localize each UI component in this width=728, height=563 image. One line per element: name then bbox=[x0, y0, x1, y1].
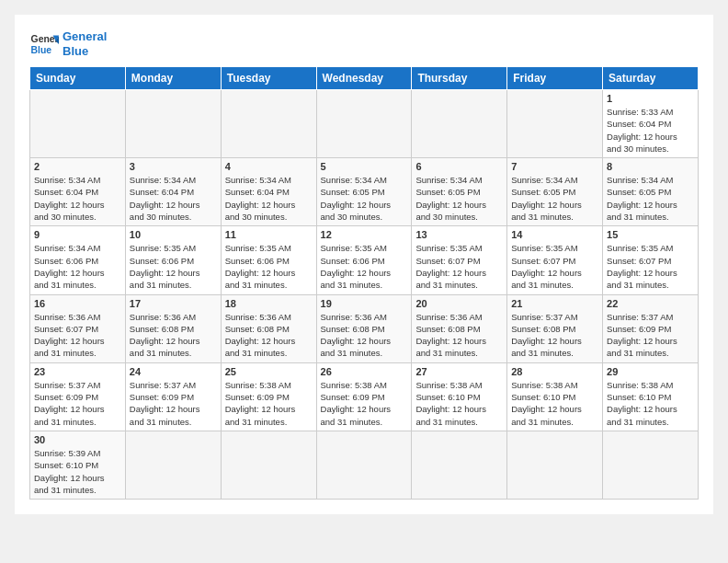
day-info: Sunrise: 5:34 AM Sunset: 6:04 PM Dayligh… bbox=[225, 174, 313, 223]
calendar-week-row: 16Sunrise: 5:36 AM Sunset: 6:07 PM Dayli… bbox=[30, 294, 699, 362]
calendar-day-cell: 2Sunrise: 5:34 AM Sunset: 6:04 PM Daylig… bbox=[30, 158, 126, 226]
day-number: 17 bbox=[130, 298, 217, 309]
day-info: Sunrise: 5:37 AM Sunset: 6:08 PM Dayligh… bbox=[511, 311, 598, 360]
calendar-day-cell bbox=[316, 90, 412, 158]
day-number: 10 bbox=[130, 229, 217, 240]
calendar-day-cell bbox=[412, 90, 507, 158]
calendar-day-cell bbox=[221, 90, 316, 158]
day-info: Sunrise: 5:38 AM Sunset: 6:10 PM Dayligh… bbox=[607, 379, 694, 428]
day-number: 8 bbox=[607, 161, 694, 172]
calendar-week-row: 23Sunrise: 5:37 AM Sunset: 6:09 PM Dayli… bbox=[30, 362, 699, 431]
calendar-header-saturday: Saturday bbox=[603, 67, 699, 90]
day-number: 21 bbox=[511, 298, 598, 309]
calendar-day-cell bbox=[507, 90, 603, 158]
calendar-day-cell: 11Sunrise: 5:35 AM Sunset: 6:06 PM Dayli… bbox=[221, 226, 316, 294]
day-info: Sunrise: 5:39 AM Sunset: 6:10 PM Dayligh… bbox=[34, 447, 121, 496]
calendar-day-cell bbox=[316, 431, 412, 499]
day-number: 4 bbox=[225, 161, 313, 172]
day-info: Sunrise: 5:36 AM Sunset: 6:08 PM Dayligh… bbox=[321, 311, 408, 360]
calendar-day-cell: 12Sunrise: 5:35 AM Sunset: 6:06 PM Dayli… bbox=[316, 226, 412, 294]
day-number: 9 bbox=[34, 229, 121, 240]
calendar-day-cell: 22Sunrise: 5:37 AM Sunset: 6:09 PM Dayli… bbox=[603, 294, 699, 362]
calendar-day-cell: 9Sunrise: 5:34 AM Sunset: 6:06 PM Daylig… bbox=[30, 226, 126, 294]
day-number: 27 bbox=[415, 366, 503, 377]
day-number: 14 bbox=[511, 229, 598, 240]
calendar-week-row: 1Sunrise: 5:33 AM Sunset: 6:04 PM Daylig… bbox=[30, 90, 699, 158]
calendar-day-cell: 26Sunrise: 5:38 AM Sunset: 6:09 PM Dayli… bbox=[316, 362, 412, 431]
day-info: Sunrise: 5:38 AM Sunset: 6:09 PM Dayligh… bbox=[321, 379, 408, 428]
day-number: 23 bbox=[34, 366, 121, 377]
day-number: 18 bbox=[225, 298, 313, 309]
calendar-day-cell: 23Sunrise: 5:37 AM Sunset: 6:09 PM Dayli… bbox=[30, 362, 126, 431]
day-number: 3 bbox=[130, 161, 217, 172]
day-info: Sunrise: 5:34 AM Sunset: 6:05 PM Dayligh… bbox=[607, 174, 694, 223]
day-info: Sunrise: 5:37 AM Sunset: 6:09 PM Dayligh… bbox=[607, 311, 694, 360]
calendar-header-sunday: Sunday bbox=[30, 67, 126, 90]
day-info: Sunrise: 5:38 AM Sunset: 6:10 PM Dayligh… bbox=[511, 379, 598, 428]
calendar-day-cell: 25Sunrise: 5:38 AM Sunset: 6:09 PM Dayli… bbox=[221, 362, 316, 431]
calendar-day-cell bbox=[30, 90, 126, 158]
day-info: Sunrise: 5:37 AM Sunset: 6:09 PM Dayligh… bbox=[130, 379, 217, 428]
calendar-day-cell bbox=[603, 431, 699, 499]
day-number: 15 bbox=[607, 229, 694, 240]
calendar-day-cell: 13Sunrise: 5:35 AM Sunset: 6:07 PM Dayli… bbox=[412, 226, 507, 294]
calendar-day-cell bbox=[125, 431, 221, 499]
calendar-header-row: SundayMondayTuesdayWednesdayThursdayFrid… bbox=[30, 67, 699, 90]
day-number: 24 bbox=[130, 366, 217, 377]
day-number: 25 bbox=[225, 366, 313, 377]
calendar-day-cell: 10Sunrise: 5:35 AM Sunset: 6:06 PM Dayli… bbox=[125, 226, 221, 294]
day-info: Sunrise: 5:34 AM Sunset: 6:05 PM Dayligh… bbox=[511, 174, 598, 223]
calendar-header-thursday: Thursday bbox=[412, 67, 507, 90]
day-info: Sunrise: 5:35 AM Sunset: 6:06 PM Dayligh… bbox=[225, 242, 313, 291]
day-info: Sunrise: 5:34 AM Sunset: 6:06 PM Dayligh… bbox=[34, 242, 121, 291]
day-number: 6 bbox=[415, 161, 503, 172]
day-number: 5 bbox=[321, 161, 408, 172]
day-number: 1 bbox=[607, 93, 694, 104]
day-info: Sunrise: 5:35 AM Sunset: 6:06 PM Dayligh… bbox=[130, 242, 217, 291]
calendar-day-cell: 19Sunrise: 5:36 AM Sunset: 6:08 PM Dayli… bbox=[316, 294, 412, 362]
calendar-page: General Blue General Blue SundayMondayTu… bbox=[15, 15, 713, 514]
calendar-table: SundayMondayTuesdayWednesdayThursdayFrid… bbox=[29, 66, 699, 500]
calendar-day-cell bbox=[507, 431, 603, 499]
calendar-day-cell: 3Sunrise: 5:34 AM Sunset: 6:04 PM Daylig… bbox=[125, 158, 221, 226]
day-number: 2 bbox=[34, 161, 121, 172]
calendar-day-cell: 6Sunrise: 5:34 AM Sunset: 6:05 PM Daylig… bbox=[412, 158, 507, 226]
day-number: 7 bbox=[511, 161, 598, 172]
calendar-day-cell bbox=[125, 90, 221, 158]
logo-icon: General Blue bbox=[29, 29, 59, 59]
calendar-day-cell: 4Sunrise: 5:34 AM Sunset: 6:04 PM Daylig… bbox=[221, 158, 316, 226]
calendar-day-cell: 28Sunrise: 5:38 AM Sunset: 6:10 PM Dayli… bbox=[507, 362, 603, 431]
calendar-header-tuesday: Tuesday bbox=[221, 67, 316, 90]
calendar-week-row: 2Sunrise: 5:34 AM Sunset: 6:04 PM Daylig… bbox=[30, 158, 699, 226]
calendar-day-cell: 30Sunrise: 5:39 AM Sunset: 6:10 PM Dayli… bbox=[30, 431, 126, 499]
day-info: Sunrise: 5:34 AM Sunset: 6:04 PM Dayligh… bbox=[130, 174, 217, 223]
calendar-day-cell: 17Sunrise: 5:36 AM Sunset: 6:08 PM Dayli… bbox=[125, 294, 221, 362]
calendar-week-row: 30Sunrise: 5:39 AM Sunset: 6:10 PM Dayli… bbox=[30, 431, 699, 499]
day-info: Sunrise: 5:37 AM Sunset: 6:09 PM Dayligh… bbox=[34, 379, 121, 428]
logo-text: General Blue bbox=[63, 29, 107, 58]
calendar-day-cell: 16Sunrise: 5:36 AM Sunset: 6:07 PM Dayli… bbox=[30, 294, 126, 362]
calendar-day-cell: 14Sunrise: 5:35 AM Sunset: 6:07 PM Dayli… bbox=[507, 226, 603, 294]
calendar-day-cell: 7Sunrise: 5:34 AM Sunset: 6:05 PM Daylig… bbox=[507, 158, 603, 226]
day-info: Sunrise: 5:35 AM Sunset: 6:06 PM Dayligh… bbox=[321, 242, 408, 291]
day-number: 19 bbox=[321, 298, 408, 309]
day-info: Sunrise: 5:35 AM Sunset: 6:07 PM Dayligh… bbox=[415, 242, 503, 291]
calendar-day-cell: 15Sunrise: 5:35 AM Sunset: 6:07 PM Dayli… bbox=[603, 226, 699, 294]
svg-text:Blue: Blue bbox=[31, 45, 52, 55]
calendar-day-cell: 18Sunrise: 5:36 AM Sunset: 6:08 PM Dayli… bbox=[221, 294, 316, 362]
day-info: Sunrise: 5:36 AM Sunset: 6:08 PM Dayligh… bbox=[130, 311, 217, 360]
calendar-day-cell bbox=[221, 431, 316, 499]
day-info: Sunrise: 5:33 AM Sunset: 6:04 PM Dayligh… bbox=[607, 106, 694, 155]
day-number: 26 bbox=[321, 366, 408, 377]
day-number: 11 bbox=[225, 229, 313, 240]
calendar-header-friday: Friday bbox=[507, 67, 603, 90]
day-info: Sunrise: 5:38 AM Sunset: 6:09 PM Dayligh… bbox=[225, 379, 313, 428]
day-info: Sunrise: 5:38 AM Sunset: 6:10 PM Dayligh… bbox=[415, 379, 503, 428]
calendar-day-cell: 24Sunrise: 5:37 AM Sunset: 6:09 PM Dayli… bbox=[125, 362, 221, 431]
day-number: 29 bbox=[607, 366, 694, 377]
calendar-day-cell: 27Sunrise: 5:38 AM Sunset: 6:10 PM Dayli… bbox=[412, 362, 507, 431]
day-info: Sunrise: 5:35 AM Sunset: 6:07 PM Dayligh… bbox=[607, 242, 694, 291]
day-info: Sunrise: 5:34 AM Sunset: 6:05 PM Dayligh… bbox=[415, 174, 503, 223]
day-number: 16 bbox=[34, 298, 121, 309]
header: General Blue General Blue bbox=[29, 29, 699, 59]
